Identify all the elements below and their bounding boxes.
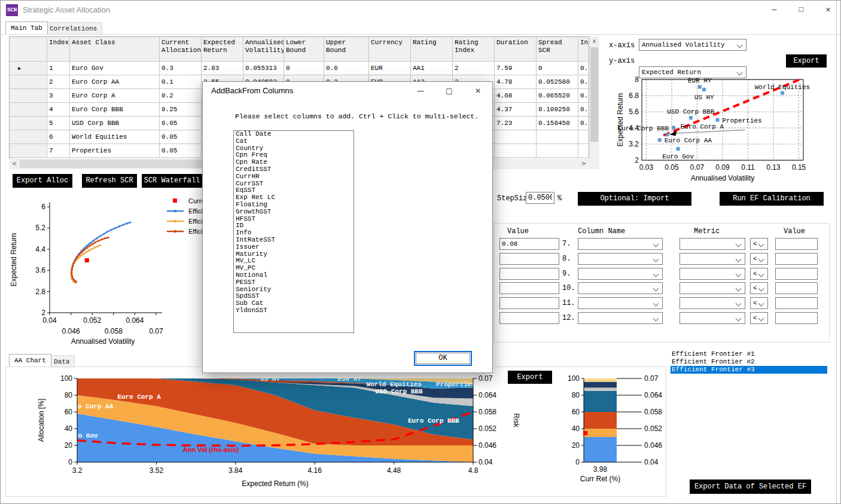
- constraint-comparator-select[interactable]: <: [750, 312, 768, 324]
- grid-cell[interactable]: 0.2: [160, 89, 202, 103]
- constraint-comparator-select[interactable]: <: [750, 297, 768, 309]
- grid-column-header[interactable]: Duration: [495, 37, 537, 62]
- constraint-column-select[interactable]: [578, 312, 663, 324]
- constraint-column-select[interactable]: [578, 282, 663, 294]
- grid-cell[interactable]: EUR: [369, 62, 411, 75]
- row-header[interactable]: [10, 130, 47, 144]
- grid-cell[interactable]: 0.055313: [243, 62, 284, 75]
- grid-cell[interactable]: 2.83: [202, 62, 243, 75]
- x-axis-select[interactable]: Annualised Volatility: [639, 39, 746, 51]
- ok-button[interactable]: OK: [414, 351, 472, 366]
- tab-main[interactable]: Main Tab: [5, 22, 48, 34]
- constraint-value-input[interactable]: [775, 297, 818, 309]
- grid-cell[interactable]: AA1: [411, 62, 453, 75]
- grid-cell[interactable]: World Equities: [70, 130, 160, 144]
- constraint-column-select[interactable]: [578, 238, 663, 250]
- tab-aa-chart[interactable]: AA Chart: [9, 354, 51, 366]
- constraint-left-value-input[interactable]: [499, 297, 559, 309]
- grid-column-header[interactable]: Asset Class: [70, 37, 160, 62]
- grid-cell[interactable]: 7: [47, 144, 70, 158]
- grid-cell[interactable]: 2: [453, 62, 495, 75]
- grid-cell[interactable]: 0.6: [324, 62, 369, 75]
- grid-cell[interactable]: 4.68: [495, 89, 537, 103]
- grid-cell[interactable]: 0.25: [160, 103, 202, 117]
- grid-cell[interactable]: [495, 130, 537, 144]
- scroll-left-icon[interactable]: <: [10, 160, 19, 167]
- export-selected-ef-button[interactable]: Export Data of Selected EF: [690, 479, 811, 494]
- constraint-value-input[interactable]: [775, 253, 818, 265]
- constraint-column-select[interactable]: [578, 268, 663, 280]
- constraint-column-select[interactable]: [578, 297, 663, 309]
- grid-column-header[interactable]: Expected Return: [202, 37, 243, 62]
- export-scatter-button[interactable]: Export: [786, 54, 827, 68]
- dialog-list-item[interactable]: Notional: [234, 272, 354, 279]
- constraint-metric-select[interactable]: [679, 312, 745, 324]
- vertical-scroll-thumb[interactable]: [590, 47, 598, 142]
- tab-correlations[interactable]: Correlations: [44, 22, 102, 35]
- dialog-list-item[interactable]: Issuer: [234, 244, 354, 251]
- efficient-frontier-list[interactable]: Efficient Frontier #1Efficient Frontier …: [671, 350, 827, 381]
- maximize-button[interactable]: □: [788, 1, 815, 20]
- constraint-comparator-select[interactable]: <: [750, 268, 768, 280]
- grid-column-header[interactable]: Index: [47, 37, 70, 62]
- grid-cell[interactable]: [578, 130, 589, 144]
- export-aa-chart-button[interactable]: Export: [508, 371, 552, 384]
- row-header-column[interactable]: [10, 37, 47, 62]
- dialog-list-item[interactable]: YldonSST: [234, 307, 354, 314]
- grid-cell[interactable]: 0.05: [160, 117, 202, 130]
- dialog-list-item[interactable]: PESST: [234, 279, 354, 286]
- grid-cell[interactable]: 0.052580: [537, 75, 578, 89]
- grid-cell[interactable]: Euro Corp BBB: [70, 103, 160, 117]
- grid-cell[interactable]: 4.78: [495, 75, 537, 89]
- constraint-comparator-select[interactable]: <: [750, 253, 768, 265]
- constraint-metric-select[interactable]: [679, 282, 745, 294]
- constraint-metric-select[interactable]: [679, 238, 745, 250]
- grid-cell[interactable]: 7.59: [495, 62, 537, 75]
- grid-cell[interactable]: 0.3: [160, 62, 202, 75]
- row-header[interactable]: [10, 103, 47, 117]
- grid-cell[interactable]: [495, 144, 537, 158]
- grid-cell[interactable]: 4: [47, 103, 70, 117]
- constraint-left-value-input[interactable]: [499, 312, 559, 324]
- refresh-scr-button[interactable]: Refresh SCR: [82, 174, 137, 188]
- grid-cell[interactable]: 0: [284, 62, 324, 75]
- constraint-left-value-input[interactable]: [499, 268, 559, 280]
- constraint-left-value-input[interactable]: [499, 253, 559, 265]
- grid-column-header[interactable]: Lower Bound: [284, 37, 324, 62]
- grid-cell[interactable]: 0.0: [578, 89, 589, 103]
- dialog-list-item[interactable]: GrowthSST: [234, 209, 354, 216]
- grid-column-header[interactable]: Annualised Volatility: [243, 37, 284, 62]
- grid-cell[interactable]: 0.05: [160, 130, 202, 144]
- grid-cell[interactable]: 3: [47, 89, 70, 103]
- grid-cell[interactable]: Euro Corp A: [70, 89, 160, 103]
- grid-cell[interactable]: Euro Corp AA: [70, 75, 160, 89]
- grid-cell[interactable]: Euro Gov: [70, 62, 160, 75]
- import-constraints-button[interactable]: Optional: Import Constraints: [578, 192, 691, 206]
- ef-list-item[interactable]: Efficient Frontier #1: [671, 350, 827, 358]
- grid-cell[interactable]: 0: [537, 62, 578, 75]
- grid-cell[interactable]: 5: [47, 117, 70, 130]
- dialog-maximize-icon[interactable]: □: [439, 82, 459, 100]
- run-ef-calibration-button[interactable]: Run EF Calibration: [720, 192, 824, 206]
- dialog-list-item[interactable]: ID: [234, 222, 354, 230]
- dialog-list-item[interactable]: Cat: [234, 138, 354, 145]
- grid-column-header[interactable]: Current Allocation: [160, 37, 202, 62]
- grid-column-header[interactable]: Rating Index: [453, 37, 495, 62]
- scr-waterfall-button[interactable]: SCR Waterfall: [142, 174, 202, 188]
- close-button[interactable]: ✕: [815, 1, 841, 20]
- constraint-comparator-select[interactable]: <: [750, 282, 768, 294]
- grid-cell[interactable]: 0.1: [578, 117, 589, 130]
- row-header[interactable]: ▶: [10, 62, 47, 75]
- grid-cell[interactable]: 0.05: [160, 144, 202, 158]
- grid-column-header[interactable]: Currency: [369, 37, 411, 62]
- grid-cell[interactable]: 0.1: [578, 62, 589, 75]
- grid-cell[interactable]: 0.0: [578, 75, 589, 89]
- grid-cell[interactable]: 0.0: [578, 103, 589, 117]
- constraint-value-input[interactable]: [775, 238, 818, 250]
- scroll-up-icon[interactable]: ∧: [589, 38, 599, 44]
- grid-cell[interactable]: 0.065520: [537, 89, 578, 103]
- grid-column-header[interactable]: Spread SCR: [537, 37, 578, 62]
- grid-cell[interactable]: 7.23: [495, 117, 537, 130]
- constraint-left-value-input[interactable]: [499, 282, 559, 294]
- grid-cell[interactable]: USD Corp BBB: [70, 117, 160, 130]
